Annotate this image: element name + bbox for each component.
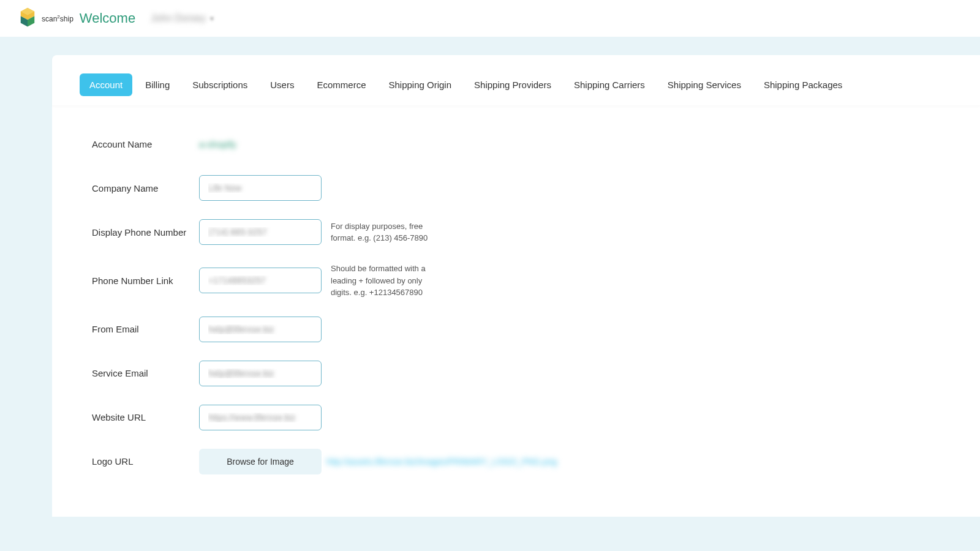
tab-billing[interactable]: Billing [135, 73, 179, 96]
tab-shipping-packages[interactable]: Shipping Packages [754, 73, 852, 96]
help-display-phone: For display purposes, free format. e.g. … [331, 220, 429, 244]
input-website-url[interactable] [199, 405, 322, 430]
chevron-down-icon[interactable]: ▼ [209, 15, 215, 22]
tab-users[interactable]: Users [260, 73, 304, 96]
row-website-url: Website URL [92, 404, 940, 431]
tab-subscriptions[interactable]: Subscriptions [183, 73, 257, 96]
input-phone-link[interactable] [199, 268, 322, 293]
tab-shipping-carriers[interactable]: Shipping Carriers [564, 73, 655, 96]
welcome-text: Welcome [80, 10, 135, 26]
input-from-email[interactable] [199, 317, 322, 342]
label-service-email: Service Email [92, 368, 199, 378]
row-from-email: From Email [92, 316, 940, 343]
row-display-phone: Display Phone Number For display purpose… [92, 219, 940, 246]
tab-shipping-origin[interactable]: Shipping Origin [379, 73, 461, 96]
user-name-dropdown[interactable]: John Dorsey [151, 13, 206, 24]
input-display-phone[interactable] [199, 219, 322, 245]
account-form: Account Name a-shopify Company Name Disp… [52, 106, 980, 517]
app-logo-icon [18, 6, 37, 31]
label-from-email: From Email [92, 324, 199, 334]
page-background: Account Billing Subscriptions Users Ecom… [0, 37, 980, 551]
brand-name: scan2ship [42, 14, 74, 23]
label-phone-link: Phone Number Link [92, 276, 199, 286]
label-display-phone: Display Phone Number [92, 227, 199, 238]
tab-account[interactable]: Account [80, 73, 132, 96]
value-logo-url: http://assets.liferose.biz/images/PRIMAR… [326, 457, 557, 467]
settings-tabs: Account Billing Subscriptions Users Ecom… [52, 55, 980, 106]
browse-image-button[interactable]: Browse for Image [199, 449, 322, 474]
label-website-url: Website URL [92, 412, 199, 422]
row-logo-url: Logo URL Browse for Image http://assets.… [92, 448, 940, 475]
label-logo-url: Logo URL [92, 456, 199, 467]
tab-shipping-providers[interactable]: Shipping Providers [464, 73, 561, 96]
help-phone-link: Should be formatted with a leading + fol… [331, 263, 429, 299]
value-account-name: a-shopify [199, 139, 236, 149]
label-account-name: Account Name [92, 139, 199, 149]
main-card: Account Billing Subscriptions Users Ecom… [52, 55, 980, 517]
input-company-name[interactable] [199, 175, 322, 201]
row-phone-link: Phone Number Link Should be formatted wi… [92, 263, 940, 299]
label-company-name: Company Name [92, 183, 199, 193]
row-service-email: Service Email [92, 360, 940, 387]
row-company-name: Company Name [92, 174, 940, 201]
tab-ecommerce[interactable]: Ecommerce [307, 73, 375, 96]
row-account-name: Account Name a-shopify [92, 130, 940, 157]
app-header: scan2ship Welcome John Dorsey ▼ [0, 0, 980, 37]
tab-shipping-services[interactable]: Shipping Services [658, 73, 751, 96]
input-service-email[interactable] [199, 361, 322, 386]
